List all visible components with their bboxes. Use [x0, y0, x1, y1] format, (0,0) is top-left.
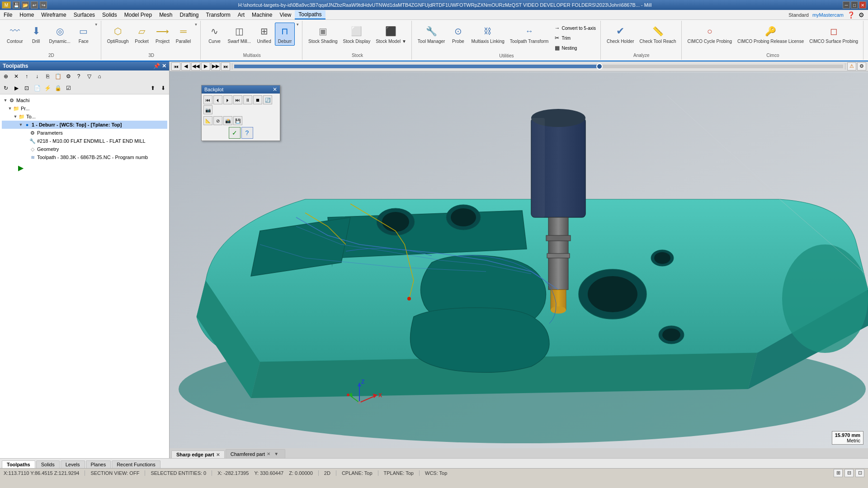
- viewport[interactable]: ⏮ ◀ ◀◀ ▶ ▶▶ ⏭ ⚠ ⚙: [170, 61, 868, 458]
- bp-help-btn[interactable]: ?: [241, 127, 253, 139]
- vp-prev-frame-btn[interactable]: ◀: [181, 62, 190, 70]
- optirough-button[interactable]: ⬡ OptiRough: [105, 23, 131, 46]
- check-holder-button[interactable]: ✔ Check Holder: [604, 23, 637, 46]
- tree-item-parameters[interactable]: ⚙ Parameters: [2, 129, 167, 137]
- tool-manager-button[interactable]: 🔧 Tool Manager: [415, 23, 448, 46]
- stock-display-button[interactable]: ⬜ Stock Display: [341, 23, 373, 46]
- undo-icon-btn[interactable]: ↩: [31, 1, 38, 9]
- open-icon-btn[interactable]: 📂: [22, 1, 29, 9]
- panel-close-icon[interactable]: ✕: [162, 63, 166, 69]
- panel-regen-btn[interactable]: ↻: [1, 83, 11, 93]
- menu-home[interactable]: Home: [16, 11, 38, 19]
- vp-next-btn[interactable]: ▶▶: [211, 62, 220, 70]
- user-label[interactable]: myMastercam: [812, 12, 844, 18]
- panel-filter-btn[interactable]: ▽: [84, 71, 94, 81]
- bp-cut-btn[interactable]: ⊘: [213, 116, 222, 125]
- bottom-tab-recent[interactable]: Recent Functions: [112, 460, 160, 468]
- dynamic-button[interactable]: ◎ Dynamic...: [47, 23, 73, 46]
- chamfered-tab-arrow[interactable]: ▼: [272, 450, 280, 457]
- sharp-edge-tab-close[interactable]: ✕: [216, 452, 220, 457]
- cimco-cycle-probing-button[interactable]: ○ CIMCO Cycle Probing: [685, 23, 734, 46]
- bottom-tab-toolpaths[interactable]: Toolpaths: [2, 460, 35, 468]
- close-button[interactable]: ✕: [859, 1, 866, 9]
- minimize-button[interactable]: ─: [843, 1, 850, 9]
- tree-item-tool[interactable]: 🔧 #218 - M10.00 FLAT ENDMILL - FLAT END …: [2, 137, 167, 145]
- part-tab-chamfered[interactable]: Chamfered part ✕ ▼: [226, 449, 285, 458]
- panel-backplot-btn[interactable]: ⊡: [22, 83, 32, 93]
- pocket-button[interactable]: ▱ Pocket: [132, 23, 152, 46]
- bp-confirm-btn[interactable]: ✓: [229, 127, 241, 139]
- vp-play-btn[interactable]: ▶: [201, 62, 210, 70]
- drill-button[interactable]: ⬇ Drill: [26, 23, 46, 46]
- tree-item-deburr[interactable]: ▼ ● 1 - Deburr - [WCS: Top] - [Tplane: T…: [2, 121, 167, 129]
- convert-to-5axis-button[interactable]: → Convert to 5-axis: [552, 23, 598, 33]
- parallel-button[interactable]: ═ Parallel: [174, 23, 193, 46]
- check-tool-reach-button[interactable]: 📏 Check Tool Reach: [637, 23, 679, 46]
- probe-button[interactable]: ⊙ Probe: [448, 23, 468, 46]
- help-icon[interactable]: ❓: [847, 11, 855, 19]
- bp-rev-step-btn[interactable]: ⏴: [213, 95, 222, 104]
- backplot-close[interactable]: ✕: [273, 86, 277, 93]
- bp-measure-btn[interactable]: 📐: [203, 116, 212, 125]
- panel-new-btn[interactable]: ⊕: [1, 71, 11, 81]
- tree-play-btn[interactable]: ▶: [2, 163, 167, 173]
- bp-fwd-step-btn[interactable]: ⏵: [223, 95, 232, 104]
- bp-reset-btn[interactable]: 🔄: [263, 95, 272, 104]
- bp-first-btn[interactable]: ⏮: [203, 95, 212, 104]
- menu-art[interactable]: Art: [234, 11, 248, 19]
- vp-warn-btn[interactable]: ⚠: [847, 62, 856, 70]
- menu-transform[interactable]: Transform: [203, 11, 234, 19]
- deburr-expand[interactable]: ▼: [18, 122, 24, 127]
- multiaxis-expand-arrow[interactable]: ▼: [296, 23, 299, 27]
- bottom-tab-planes[interactable]: Planes: [86, 460, 111, 468]
- redo-icon-btn[interactable]: ↪: [40, 1, 47, 9]
- contour-button[interactable]: 〰 Contour: [5, 23, 25, 46]
- chamfered-tab-close[interactable]: ✕: [267, 451, 270, 456]
- menu-drafting[interactable]: Drafting: [176, 11, 202, 19]
- panel-home-btn[interactable]: ⌂: [94, 71, 104, 81]
- vp-prev-btn[interactable]: ◀◀: [191, 62, 200, 70]
- part-tab-sharp-edge[interactable]: Sharp edge part ✕: [171, 450, 225, 458]
- face-button[interactable]: ▭ Face: [74, 23, 94, 46]
- toolpaths-expand[interactable]: ▼: [13, 114, 18, 119]
- playbar-thumb[interactable]: [596, 63, 603, 70]
- bottom-tab-solids[interactable]: Solids: [36, 460, 60, 468]
- menu-wireframe[interactable]: Wireframe: [38, 11, 70, 19]
- panel-highfeed-btn[interactable]: ⚡: [42, 83, 52, 93]
- panel-pin-icon[interactable]: 📌: [153, 63, 160, 69]
- menu-toolpaths[interactable]: Toolpaths: [295, 10, 325, 19]
- panel-select-all-btn[interactable]: ☑: [63, 83, 73, 93]
- bp-camera-btn[interactable]: 📸: [223, 116, 232, 125]
- unified-button[interactable]: ⊞ Unified: [254, 23, 274, 46]
- panel-expand-btn[interactable]: ⬆: [148, 83, 158, 93]
- panel-move-up-btn[interactable]: ↑: [22, 71, 32, 81]
- multiaxis-linking-button[interactable]: ⛓ Multiaxis Linking: [469, 23, 506, 46]
- tree-item-toolpaths[interactable]: ▼ 📁 To...: [2, 113, 167, 121]
- stock-model-button[interactable]: ⬛ Stock Model ▼: [373, 23, 409, 46]
- cimco-surface-probing-button[interactable]: ◻ CIMCO Surface Probing: [807, 23, 860, 46]
- toolpath-transform-button[interactable]: ↔ Toolpath Transform: [508, 23, 551, 46]
- tree-item-toolpath[interactable]: ≋ Toolpath - 380.3K - 6867B-25.NC - Prog…: [2, 153, 167, 161]
- tree-item-machine[interactable]: ▼ ⚙ Machi: [2, 96, 167, 104]
- bp-stop-btn[interactable]: ⏹: [253, 95, 262, 104]
- playbar[interactable]: [234, 65, 843, 68]
- save-icon-btn[interactable]: 💾: [13, 1, 20, 9]
- panel-move-down-btn[interactable]: ↓: [32, 71, 42, 81]
- menu-machine[interactable]: Machine: [248, 11, 276, 19]
- panel-copy-btn[interactable]: ⎘: [42, 71, 52, 81]
- maximize-button[interactable]: □: [851, 1, 858, 9]
- bp-pause-btn[interactable]: ⏸: [243, 95, 252, 104]
- machine-expand[interactable]: ▼: [3, 98, 8, 103]
- status-btn-1[interactable]: ⊞: [834, 469, 843, 477]
- panel-help-btn[interactable]: ?: [74, 71, 84, 81]
- tree-item-program[interactable]: ▼ 📁 Pr...: [2, 104, 167, 113]
- panel-post-btn[interactable]: 📄: [32, 83, 42, 93]
- curve-button[interactable]: ∿ Curve: [204, 23, 224, 46]
- menu-model-prep[interactable]: Model Prep: [121, 11, 156, 19]
- cimco-probing-release-button[interactable]: 🔑 CIMCO Probing Release License: [735, 23, 806, 46]
- bottom-tab-levels[interactable]: Levels: [61, 460, 85, 468]
- menu-surfaces[interactable]: Surfaces: [70, 11, 99, 19]
- bp-save-btn[interactable]: 💾: [233, 116, 242, 125]
- tree-item-geometry[interactable]: ◇ Geometry: [2, 145, 167, 153]
- settings-icon[interactable]: ⚙: [859, 11, 864, 19]
